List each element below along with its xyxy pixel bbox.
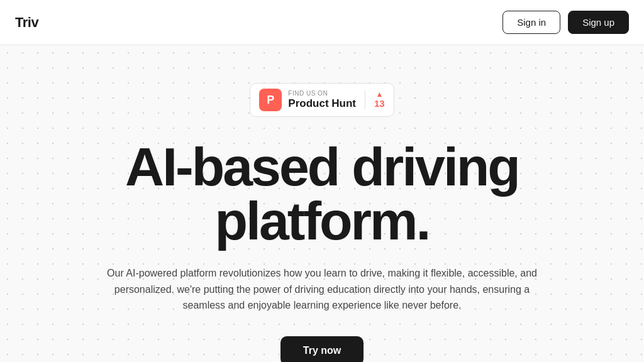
product-hunt-icon: P [259,89,282,111]
product-hunt-badge[interactable]: P FIND US ON Product Hunt ▲ 13 [250,83,394,117]
find-us-label: FIND US ON [288,90,328,97]
try-now-button[interactable]: Try now [280,336,364,362]
header-actions: Sign in Sign up [502,11,629,34]
hero-title: AI-based driving platform. [39,140,605,248]
product-hunt-upvote[interactable]: ▲ 13 [365,90,385,109]
product-hunt-name: Product Hunt [288,97,356,110]
site-header: Triv Sign in Sign up [0,0,644,45]
upvote-count: 13 [374,98,385,109]
signin-button[interactable]: Sign in [502,11,560,34]
main-content: P FIND US ON Product Hunt ▲ 13 AI-based … [0,45,644,362]
hero-subtitle: Our AI-powered platform revolutionizes h… [102,265,542,314]
signup-button[interactable]: Sign up [568,11,629,34]
product-hunt-text: FIND US ON Product Hunt [288,90,356,110]
upvote-arrow-icon: ▲ [375,90,383,98]
logo: Triv [15,14,38,31]
